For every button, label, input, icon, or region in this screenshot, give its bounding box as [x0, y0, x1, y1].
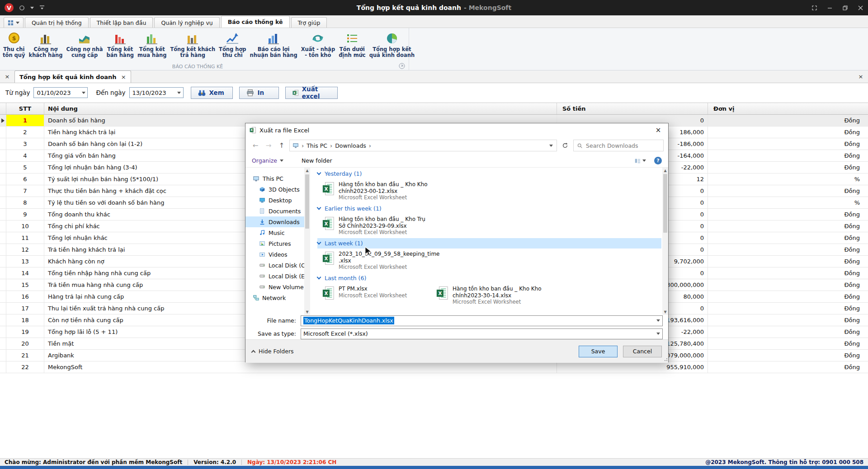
- file-group-header-yesterday[interactable]: Yesterday (1): [317, 169, 661, 179]
- dialog-close-button[interactable]: ×: [648, 123, 668, 137]
- close-all-tabs-icon[interactable]: ×: [0, 70, 14, 83]
- organize-button[interactable]: Organize: [252, 157, 283, 164]
- print-button[interactable]: In: [239, 87, 279, 99]
- ribbon-button-bao-cao-loi-nhuan-ban-hang[interactable]: Báo cáo lợinhuận bán hàng: [248, 29, 299, 63]
- ribbon-button-xuat-nhap-ton-kho[interactable]: Xuất - nhập- tồn kho: [299, 29, 337, 63]
- chevron-down-icon[interactable]: [654, 329, 662, 339]
- file-item[interactable]: X PT PM.xlsxMicrosoft Excel Worksheet: [317, 283, 431, 308]
- chevron-down-icon[interactable]: [80, 88, 87, 98]
- file-group-header-last-month[interactable]: Last month (6): [317, 273, 661, 283]
- cell-unit: Đồng: [708, 220, 868, 232]
- sidebar-item-music[interactable]: Music: [245, 227, 304, 238]
- chevron-up-icon: [251, 350, 256, 354]
- dialog-title-bar[interactable]: X Xuất ra file Excel ×: [245, 123, 668, 137]
- sidebar-item-network[interactable]: Network: [245, 292, 304, 303]
- file-item[interactable]: X 2023_10_02_09_59_58_keeping_time .xlsx…: [317, 249, 431, 273]
- save-button[interactable]: Save: [579, 346, 618, 357]
- file-item[interactable]: X Hàng tồn kho ban đầu _ Kho Trụ Sở Chín…: [317, 214, 431, 238]
- view-button[interactable]: Xem: [191, 87, 233, 99]
- sidebar-item-this-pc[interactable]: This PC: [245, 173, 304, 184]
- scroll-down-icon[interactable]: ▼: [306, 310, 308, 314]
- refresh-icon[interactable]: [559, 140, 571, 151]
- resize-grip[interactable]: [665, 358, 667, 361]
- chevron-down-icon[interactable]: [175, 88, 183, 98]
- ribbon-button-tong-ket-ban-hang[interactable]: Tổng kếtbán hàng: [105, 29, 136, 63]
- sidebar-item-3d-objects[interactable]: 3D Objects: [245, 184, 304, 195]
- up-icon[interactable]: ↑: [276, 140, 287, 151]
- export-excel-button[interactable]: X Xuất excel: [285, 87, 338, 99]
- new-folder-button[interactable]: New folder: [302, 157, 332, 164]
- cell-unit: %: [708, 197, 868, 208]
- ribbon-button-ton-duoi-dinh-muc[interactable]: Tồn dướiđịnh mức: [337, 29, 368, 63]
- ribbon-button-cong-no-nha-cung-cap[interactable]: Công nợ nhàcung cấp: [65, 29, 105, 63]
- breadcrumb[interactable]: › This PC › Downloads ›: [289, 140, 557, 151]
- toolbar-customize-icon[interactable]: [39, 5, 45, 10]
- menu-mini-tab[interactable]: [4, 17, 24, 28]
- save-as-type-select[interactable]: Microsoft Excel (*.xlsx): [301, 328, 663, 339]
- scroll-up-icon[interactable]: ▲: [664, 169, 666, 173]
- quick-access-caret-icon[interactable]: [30, 7, 34, 9]
- table-row[interactable]: 22 MekongSoft 955,910,000 Đồng: [0, 361, 868, 373]
- scroll-up-icon[interactable]: ▲: [306, 169, 308, 173]
- forward-icon[interactable]: →: [263, 140, 274, 151]
- file-item[interactable]: X Hàng tồn kho ban đầu _ Kho Kho chính20…: [431, 283, 545, 308]
- ribbon-button-tong-ket-khach-tra-hang[interactable]: Tổng kết kháchtrả hàng: [168, 29, 217, 63]
- document-tab-active[interactable]: Tổng hợp kết quả kinh doanh ×: [14, 70, 131, 83]
- breadcrumb-this-pc[interactable]: This PC: [307, 142, 327, 149]
- sidebar-item-documents[interactable]: Documents: [245, 206, 304, 216]
- file-list-scrollbar[interactable]: ▲ ▼: [662, 168, 668, 315]
- tab-tro-giup[interactable]: Trợ giúp: [291, 17, 327, 28]
- ribbon-button-tong-hop-thu-chi[interactable]: Tổng hợpthu chi: [217, 29, 248, 63]
- header-unit[interactable]: Đơn vị: [708, 103, 868, 114]
- breadcrumb-dropdown-icon[interactable]: [549, 145, 554, 147]
- scrollbar-thumb[interactable]: [663, 174, 667, 233]
- from-date-input[interactable]: 01/10/2023: [33, 87, 88, 98]
- fullscreen-button[interactable]: [807, 0, 822, 15]
- sidebar-item-local-disk-c[interactable]: Local Disk (C:): [245, 260, 304, 271]
- chevron-down-icon[interactable]: [654, 316, 662, 326]
- sidebar-item-videos[interactable]: Videos: [245, 249, 304, 260]
- file-item[interactable]: X Hàng tồn kho ban đầu _ Kho Kho chính20…: [317, 179, 431, 203]
- hide-folders-button[interactable]: Hide Folders: [252, 348, 294, 355]
- header-content[interactable]: Nội dung: [44, 103, 557, 114]
- scroll-down-icon[interactable]: ▼: [664, 310, 666, 314]
- search-input[interactable]: Search Downloads: [573, 140, 664, 151]
- file-group-header-earlier-this-week[interactable]: Earlier this week (1): [317, 203, 661, 214]
- sidebar-item-desktop[interactable]: Desktop: [245, 195, 304, 206]
- ribbon-button-thu-chi-ton-quy[interactable]: $ Thu chitồn quỹ: [1, 29, 27, 63]
- status-support: @2023 MekongSoft. Thông tin hỗ trợ: 0901…: [705, 459, 863, 465]
- ribbon: $ Thu chitồn quỹ Công nợkhách hàng Công …: [0, 28, 868, 70]
- sidebar-item-downloads[interactable]: Downloads: [245, 216, 304, 227]
- sidebar-item-pictures[interactable]: Pictures: [245, 238, 304, 249]
- close-tabbar-icon[interactable]: ×: [854, 70, 868, 83]
- cancel-button[interactable]: Cancel: [623, 346, 662, 357]
- breadcrumb-downloads[interactable]: Downloads: [335, 142, 366, 149]
- header-amount[interactable]: Số tiền: [557, 103, 708, 114]
- record-circle-icon[interactable]: [19, 5, 25, 11]
- close-button[interactable]: [853, 0, 868, 15]
- sidebar-item-local-disk-e[interactable]: Local Disk (E:): [245, 271, 304, 281]
- tab-thiet-lap-ban-dau[interactable]: Thiết lập ban đầu: [90, 17, 153, 28]
- list-levels-icon: [345, 31, 359, 46]
- restore-button[interactable]: [837, 0, 853, 15]
- ribbon-button-cong-no-khach-hang[interactable]: Công nợkhách hàng: [27, 29, 65, 63]
- ribbon-button-tong-hop-ket-qua-kinh-doanh[interactable]: Tổng hợp kếtquả kinh doanh: [368, 29, 416, 63]
- to-date-input[interactable]: 13/10/2023: [129, 87, 184, 98]
- help-icon[interactable]: ?: [654, 157, 662, 164]
- scrollbar-thumb[interactable]: [305, 174, 309, 229]
- file-name-input[interactable]: TongHopKetQuaKinhDoanh.xlsx: [301, 315, 663, 326]
- tab-quan-ly-nghiep-vu[interactable]: Quản lý nghiệp vụ: [154, 17, 219, 28]
- tab-bao-cao-thong-ke[interactable]: Báo cáo thống kê: [221, 16, 290, 28]
- close-tab-icon[interactable]: ×: [121, 74, 126, 80]
- tab-quan-tri-he-thong[interactable]: Quản trị hệ thống: [25, 17, 89, 28]
- ribbon-button-tong-ket-mua-hang[interactable]: Tổng kếtmua hàng: [136, 29, 168, 63]
- view-mode-button[interactable]: [634, 158, 646, 164]
- network-icon: [253, 295, 259, 301]
- group-dialog-launcher-icon[interactable]: [399, 63, 405, 69]
- minimize-button[interactable]: [822, 0, 837, 15]
- sidebar-item-new-volume-g[interactable]: New Volume (G:): [245, 281, 304, 292]
- status-date: Ngày: 13/10/2023 2:21:06 CH: [247, 459, 336, 465]
- sidebar-scrollbar[interactable]: ▲ ▼: [304, 168, 310, 315]
- ribbon-label: thu chi: [219, 52, 246, 58]
- back-icon[interactable]: ←: [250, 140, 261, 151]
